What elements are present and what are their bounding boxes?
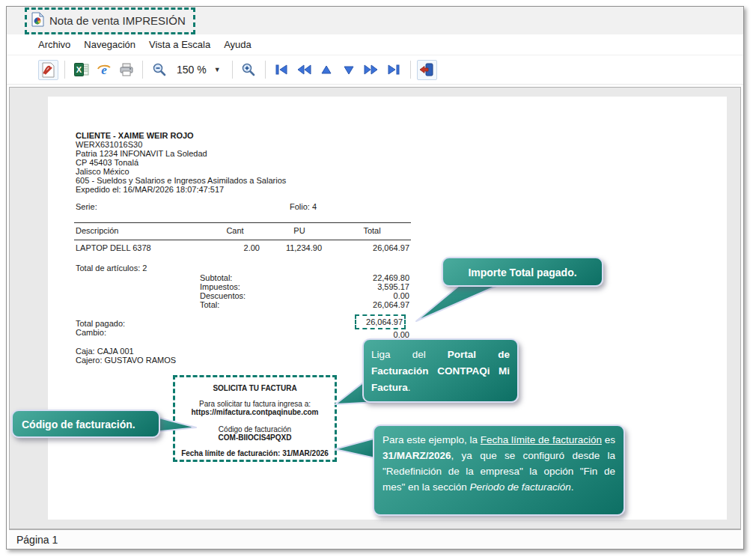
paid-label: Total pagado: [76,319,125,328]
rewind-icon [296,64,311,75]
page-down-button[interactable] [339,60,359,80]
serie-label: Serie: [76,202,97,211]
callout-codigo-text: Código de facturación. [22,419,135,430]
invoice-deadline: Fecha límite de facturación: 31/MAR/2026 [175,449,335,457]
screen: Nota de venta IMPRESIÓN Archivo Navegaci… [0,0,756,560]
exit-preview-button[interactable] [417,60,437,80]
item-description: LAPTOP DELL 6378 [76,243,151,252]
menu-archivo[interactable]: Archivo [31,35,77,54]
export-pdf-button[interactable] [38,60,58,80]
menubar: Archivo Navegación Vista a Escala Ayuda [7,34,743,55]
invoice-box-line1: Para solicitar tu factura ingresa a: [175,400,335,408]
first-page-icon [274,64,289,75]
zoom-in-button[interactable] [239,60,259,80]
total-value: 26,064.97 [335,300,409,309]
subtotal-label: Subtotal: [200,273,232,282]
customer-name: CLIENTE - XAIME WEIR ROJO [76,131,194,140]
invoice-portal-url: https://mifactura.contpaqinube.com [175,408,335,416]
zoom-level-value: 150 % [177,64,207,76]
paid-value: 26,064.97 [366,317,403,326]
title-highlight-dashed-box: Nota de venta IMPRESIÓN [25,7,195,34]
callout-importe-total-pagado: Importe Total pagado. [442,257,603,287]
col-header-descripcion: Descripción [76,226,118,235]
toolbar-separator [142,61,143,79]
register-cajero: Cajero: GUSTAVO RAMOS [76,356,176,365]
internet-explorer-icon: e [97,63,112,77]
customer-cp: CP 45403 Tonalá [76,158,138,167]
page-up-button[interactable] [317,60,337,80]
last-page-icon [386,64,401,75]
invoice-code-label: Código de facturación [175,425,335,433]
report-document-icon [31,12,44,30]
item-price: 11,234.90 [247,243,322,252]
fast-forward-icon [364,64,379,75]
total-label: Total: [200,300,219,309]
toolbar: X e [7,55,743,85]
export-excel-button[interactable]: X [71,60,91,80]
pdf-icon [41,62,55,78]
table-rule-top [74,222,411,223]
zoom-out-icon [152,62,167,77]
svg-text:X: X [76,65,82,74]
customer-address: Patria 1234 INFONAVIT La Soledad [76,149,207,158]
arrow-up-icon [320,65,332,75]
taxes-value: 3,595.17 [335,282,409,291]
zoom-level-combo[interactable]: 150 % ▼ [171,61,226,78]
menu-navegacion[interactable]: Navegación [77,35,142,54]
callout-codigo-facturacion: Código de facturación. [11,410,160,438]
subtotal-value: 22,469.80 [335,273,409,282]
excel-icon: X [74,63,89,76]
exit-door-icon [419,63,434,76]
zoom-out-button[interactable] [149,60,169,80]
zoom-in-icon [241,62,256,77]
items-total: Total de artículos: 2 [76,264,147,273]
toolbar-separator [64,61,65,79]
col-header-pu: PU [262,226,337,235]
issued-date: Expedido el: 16/MAR/2026 18:07:47:517 [76,185,224,194]
previous-pages-button[interactable] [294,60,314,80]
menu-ayuda[interactable]: Ayuda [217,35,258,54]
callout-liga-portal: Liga del Portal de Facturación CONTPAQi … [362,338,519,403]
window-title: Nota de venta IMPRESIÓN [49,14,186,27]
taxes-label: Impuestos: [200,282,240,291]
invoice-request-dashed-box: SOLICITA TU FACTURA Para solicitar tu fa… [173,375,337,462]
last-page-button[interactable] [384,60,404,80]
item-total: 26,064.97 [335,243,409,252]
menu-vista-a-escala[interactable]: Vista a Escala [142,35,217,54]
folio-value: Folio: 4 [290,202,317,211]
change-label: Cambio: [76,328,106,337]
paid-value-dashed-box: 26,064.97 [355,314,406,329]
toolbar-separator [265,61,266,79]
page-indicator: Página 1 [16,534,58,546]
next-pages-button[interactable] [362,60,382,80]
discounts-value: 0.00 [335,291,409,300]
callout-liga-text: Liga del Portal de Facturación CONTPAQi … [371,347,510,396]
col-header-total: Total [335,226,409,235]
table-rule-bottom [74,240,411,240]
statusbar: Página 1 [9,529,741,549]
callout-importe-text: Importe Total pagado. [468,267,576,279]
first-page-button[interactable] [272,60,292,80]
titlebar: Nota de venta IMPRESIÓN [7,7,743,34]
print-button[interactable] [116,60,136,80]
customer-regimen: 605 - Sueldos y Salarios e Ingresos Asim… [76,176,286,185]
callout-parrafo-text: Para este ejemplo, la Fecha límite de fa… [382,432,615,495]
toolbar-separator [410,61,411,79]
printer-icon [119,63,134,76]
col-header-cant: Cant [198,226,272,235]
register-caja: Caja: CAJA 001 [76,347,134,356]
customer-rfc: WERX631016S30 [76,140,142,149]
export-html-button[interactable]: e [94,60,114,80]
arrow-down-icon [343,65,355,75]
invoice-box-title: SOLICITA TU FACTURA [175,384,335,392]
discounts-label: Descuentos: [200,291,246,300]
chevron-down-icon: ▼ [214,66,221,73]
customer-state: Jalisco México [76,167,129,176]
toolbar-separator [232,61,233,79]
callout-fecha-limite: Para este ejemplo, la Fecha límite de fa… [373,424,625,516]
invoice-code: COM-BIIOCIS4PQXD [175,433,335,442]
